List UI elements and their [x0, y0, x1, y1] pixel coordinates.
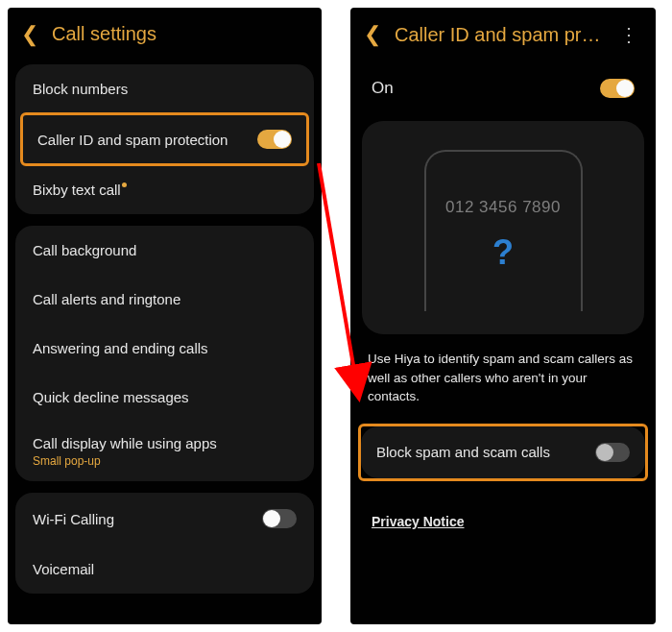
phone-illustration-card: 012 3456 7890 ?	[362, 121, 644, 334]
call-alerts-row[interactable]: Call alerts and ringtone	[15, 275, 314, 324]
block-spam-toggle[interactable]	[595, 443, 630, 462]
row-label: Call display while using apps	[33, 435, 217, 451]
question-mark-icon: ?	[492, 232, 514, 273]
description-text: Use Hiya to identify spam and scam calle…	[350, 346, 656, 418]
back-icon[interactable]: ❮	[21, 24, 38, 45]
phone-outline-icon: 012 3456 7890 ?	[424, 150, 583, 311]
new-dot-icon	[122, 182, 127, 187]
settings-group-1: Block numbers Caller ID and spam protect…	[15, 64, 314, 214]
row-label: Wi-Fi Calling	[33, 511, 114, 527]
on-toggle[interactable]	[600, 79, 635, 98]
page-title: Caller ID and spam pro…	[395, 24, 602, 46]
call-settings-screen: ❮ Call settings Block numbers Caller ID …	[8, 8, 322, 624]
row-label: Call background	[33, 242, 136, 258]
row-label: Voicemail	[33, 561, 94, 577]
titlebar: ❮ Caller ID and spam pro… ⋮	[350, 8, 656, 65]
voicemail-row[interactable]: Voicemail	[15, 545, 314, 594]
page-title: Call settings	[52, 23, 308, 45]
row-label: Caller ID and spam protection	[37, 132, 228, 148]
sample-phone-number: 012 3456 7890	[445, 198, 561, 217]
row-label: Quick decline messages	[33, 389, 189, 405]
block-spam-highlight: Block spam and scam calls	[358, 424, 648, 481]
block-numbers-row[interactable]: Block numbers	[15, 64, 314, 113]
settings-group-2: Call background Call alerts and ringtone…	[15, 226, 314, 481]
row-label: Block numbers	[33, 81, 128, 97]
row-label: Bixby text call	[33, 182, 121, 198]
call-background-row[interactable]: Call background	[15, 226, 314, 275]
back-icon[interactable]: ❮	[364, 24, 381, 45]
answering-row[interactable]: Answering and ending calls	[15, 324, 314, 373]
settings-group-3: Wi-Fi Calling Voicemail	[15, 493, 314, 594]
titlebar: ❮ Call settings	[8, 8, 322, 64]
on-row[interactable]: On	[350, 65, 656, 113]
caller-id-highlight: Caller ID and spam protection	[20, 112, 309, 166]
wifi-calling-toggle[interactable]	[262, 509, 297, 528]
privacy-notice-link[interactable]: Privacy Notice	[350, 481, 465, 529]
bixby-row[interactable]: Bixby text call	[15, 165, 314, 214]
row-label: Answering and ending calls	[33, 340, 208, 356]
caller-id-screen: ❮ Caller ID and spam pro… ⋮ On 012 3456 …	[350, 8, 656, 624]
caller-id-row[interactable]: Caller ID and spam protection	[23, 115, 306, 163]
row-label: Call alerts and ringtone	[33, 291, 180, 307]
call-display-row[interactable]: Call display while using apps Small pop-…	[15, 422, 314, 481]
row-sublabel: Small pop-up	[33, 454, 101, 468]
quick-decline-row[interactable]: Quick decline messages	[15, 373, 314, 422]
row-label: Block spam and scam calls	[376, 444, 550, 460]
block-spam-row[interactable]: Block spam and scam calls	[361, 426, 645, 478]
caller-id-toggle[interactable]	[257, 130, 292, 149]
wifi-calling-row[interactable]: Wi-Fi Calling	[15, 493, 314, 545]
more-icon[interactable]: ⋮	[615, 23, 642, 46]
on-label: On	[372, 79, 394, 98]
